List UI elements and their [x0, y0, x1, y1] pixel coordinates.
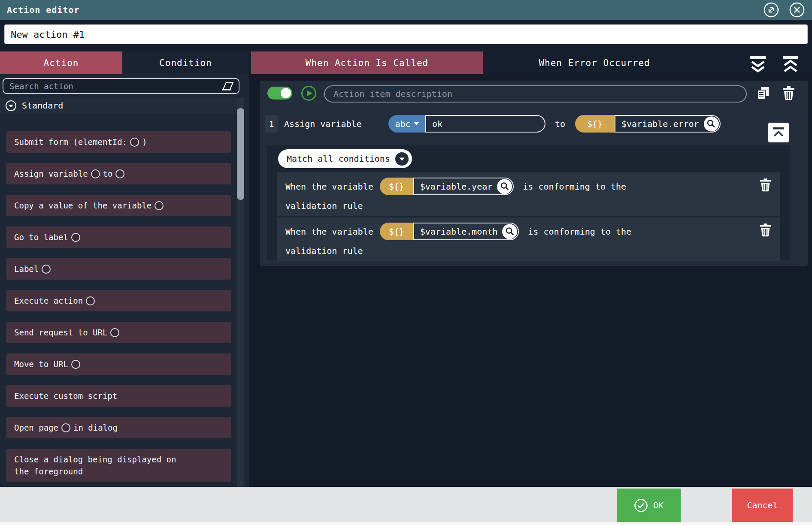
section-label: Standard: [22, 100, 63, 111]
tab-when-error-occurred[interactable]: When Error Occurred: [483, 51, 706, 74]
action-list-item[interactable]: Label: [6, 258, 231, 280]
assign-variable-label: Assign variable: [284, 115, 362, 133]
description-input[interactable]: [324, 85, 747, 103]
close-icon[interactable]: [789, 2, 805, 18]
search-box: [3, 78, 239, 94]
type-selector[interactable]: abc: [388, 115, 425, 133]
action-item-card: 1 Assign variable abc to ${} $variable.e…: [260, 81, 808, 266]
action-item-text: Move to URL: [14, 358, 68, 370]
enabled-toggle[interactable]: [267, 87, 292, 100]
condition-text: When the variable: [285, 181, 373, 192]
parameter-slot: [61, 423, 70, 432]
action-list-item[interactable]: Copy a value of the variable: [6, 195, 231, 216]
collapse-card-icon[interactable]: [768, 123, 789, 142]
action-flow-panel: 1 Assign variable abc to ${} $variable.e…: [249, 74, 812, 487]
action-item-text: Go to label: [14, 231, 68, 243]
condition-text: is conforming to the: [523, 181, 626, 192]
action-item-text: Assign variable: [14, 168, 88, 180]
action-item-text: Submit form (elementId:: [14, 136, 127, 148]
condition-variable-value: $variable.year: [420, 181, 493, 192]
parameter-slot: [155, 201, 164, 210]
copy-icon[interactable]: [755, 87, 771, 101]
parameter-slot: [115, 169, 124, 178]
step-number: 1: [265, 115, 278, 133]
action-item-text: Send request to URL: [14, 326, 107, 338]
magnifier-icon[interactable]: [502, 224, 517, 239]
match-conditions-dropdown[interactable]: Match all conditions: [278, 149, 412, 168]
eraser-icon[interactable]: [221, 81, 234, 92]
match-conditions-label: Match all conditions: [287, 154, 390, 164]
check-circle-icon: [634, 498, 648, 513]
parameter-slot: [130, 138, 139, 147]
expand-all-icon[interactable]: [748, 54, 768, 73]
condition-text: is conforming to the: [528, 226, 631, 237]
resize-icon[interactable]: [763, 2, 779, 18]
parameter-slot: [71, 233, 80, 242]
condition-row[interactable]: When the variable ${} $variable.year is …: [277, 172, 780, 216]
condition-row[interactable]: When the variable ${} $variable.month is…: [277, 217, 780, 261]
action-list-item[interactable]: Send request to URL: [6, 322, 231, 343]
footer-strip: [0, 522, 812, 525]
conditions-group: Match all conditions When the variable $…: [267, 145, 790, 260]
action-list-item[interactable]: Execute action: [6, 290, 231, 311]
parameter-slot: [110, 328, 119, 337]
section-standard[interactable]: Standard: [0, 98, 237, 113]
scrollbar-thumb[interactable]: [237, 108, 244, 200]
ok-label: OK: [653, 500, 664, 510]
trash-icon[interactable]: [760, 223, 771, 237]
condition-variable-value: $variable.month: [420, 226, 498, 237]
chevron-circle-down-icon: [5, 100, 17, 112]
target-variable-field[interactable]: $variable.error: [615, 115, 721, 133]
condition-rows: When the variable ${} $variable.year is …: [277, 172, 780, 262]
parameter-slot: [86, 296, 95, 305]
cancel-button[interactable]: Cancel: [732, 489, 793, 522]
variable-badge: ${}: [380, 178, 413, 195]
action-item-text: Copy a value of the variable: [14, 199, 151, 211]
action-item-text: Open page: [14, 422, 58, 434]
tab-when-action-is-called[interactable]: When Action Is Called: [251, 51, 483, 74]
action-list-item[interactable]: Close a dialog being displayed on the fo…: [6, 449, 231, 482]
titlebar: Action editor: [0, 0, 812, 20]
action-library-panel: Standard Submit form (elementId:)Assign …: [0, 74, 249, 487]
titlebar-icons: [763, 2, 805, 18]
action-list-item[interactable]: Submit form (elementId:): [6, 131, 231, 153]
action-list-item[interactable]: Move to URL: [6, 353, 231, 375]
to-label: to: [555, 115, 565, 133]
type-selector-value: abc: [395, 119, 410, 129]
chevron-down-icon: [414, 122, 419, 125]
collapse-all-icon[interactable]: [780, 54, 801, 73]
action-item-text: to: [103, 168, 113, 180]
condition-variable-field[interactable]: $variable.month: [413, 223, 519, 240]
value-input[interactable]: [425, 115, 545, 133]
action-item-text: Execute custom script: [14, 390, 117, 402]
variable-badge: ${}: [575, 115, 615, 133]
action-item-text: Execute action: [14, 295, 83, 307]
action-editor-dialog: Action editor Action Condition When Acti…: [0, 0, 812, 525]
action-item-text: Close a dialog being displayed on the fo…: [14, 453, 194, 477]
dialog-title: Action editor: [7, 5, 80, 15]
action-list-item[interactable]: Assign variableto: [6, 163, 231, 184]
trash-icon[interactable]: [760, 178, 771, 192]
variable-badge: ${}: [380, 223, 413, 240]
parameter-slot: [71, 360, 80, 369]
toggle-knob: [281, 88, 291, 98]
tab-action[interactable]: Action: [0, 51, 122, 74]
action-list-item[interactable]: Go to label: [6, 226, 231, 248]
trash-icon[interactable]: [782, 86, 795, 100]
condition-text: validation rule: [285, 201, 750, 211]
action-item-text: in dialog: [73, 422, 118, 434]
magnifier-icon[interactable]: [497, 179, 512, 194]
magnifier-icon[interactable]: [704, 116, 719, 131]
scrollbar[interactable]: [237, 98, 244, 487]
action-item-text: Label: [14, 263, 39, 275]
ok-button[interactable]: OK: [617, 489, 681, 522]
action-name-input[interactable]: [4, 24, 808, 44]
action-list-item[interactable]: Execute custom script: [6, 385, 231, 407]
search-input[interactable]: [3, 81, 221, 91]
action-list-item[interactable]: Open pagein dialog: [6, 417, 231, 438]
tab-condition[interactable]: Condition: [122, 51, 249, 74]
condition-variable-field[interactable]: $variable.year: [413, 178, 514, 195]
play-icon[interactable]: [301, 85, 317, 101]
action-list: Submit form (elementId:)Assign variablet…: [6, 131, 231, 487]
parameter-slot: [42, 265, 51, 274]
